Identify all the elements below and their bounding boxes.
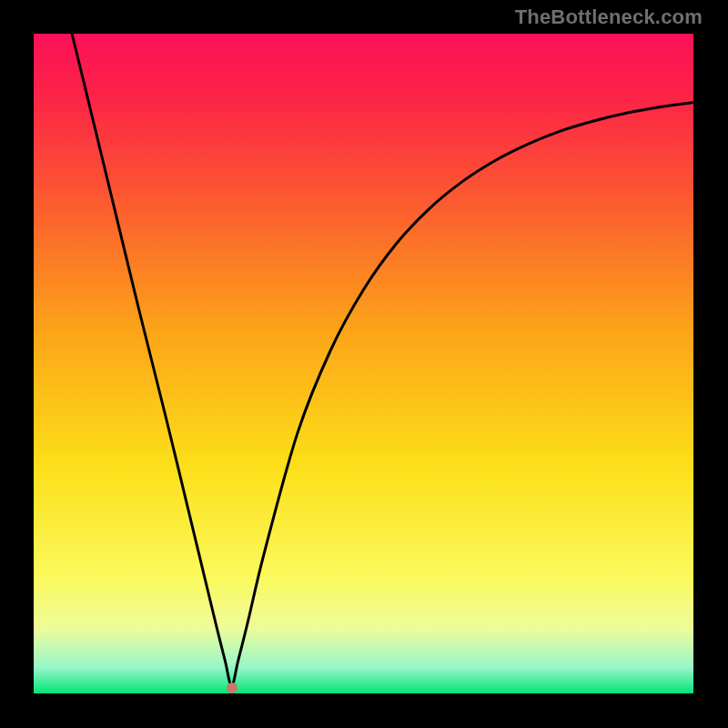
watermark-label: TheBottleneck.com bbox=[515, 5, 703, 29]
chart-stage: TheBottleneck.com bbox=[0, 0, 728, 728]
optimum-marker bbox=[227, 682, 238, 693]
plot-area bbox=[34, 34, 693, 693]
bottleneck-curve bbox=[34, 34, 693, 693]
